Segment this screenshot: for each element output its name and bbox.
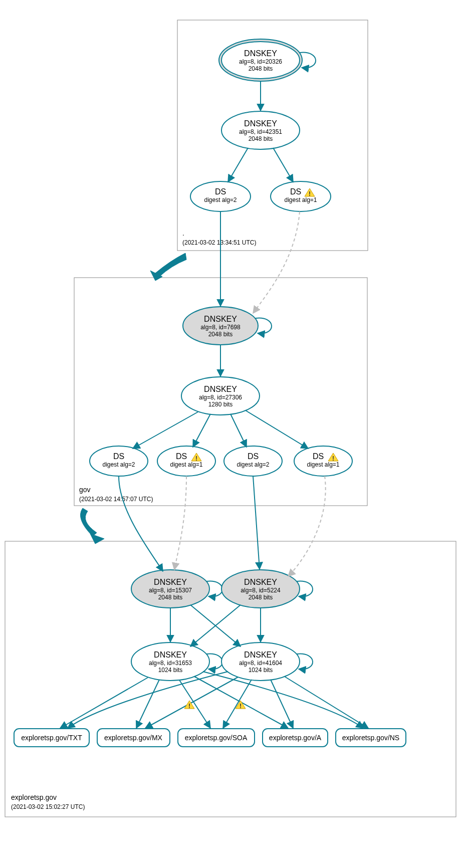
svg-text:!: ! [188,703,190,710]
edge-govds4-domksk2 [288,476,326,576]
svg-text:DNSKEY: DNSKEY [204,315,237,323]
zone-root-ts: (2021-03-02 13:34:51 UTC) [182,239,256,246]
node-gov-zsk[interactable]: DNSKEY alg=8, id=27306 1280 bits [181,377,260,415]
node-rr-ns[interactable]: exploretsp.gov/NS [336,729,406,747]
node-dom-zsk2[interactable]: DNSKEY alg=8, id=41604 1024 bits [221,642,300,681]
edge-rootzsk-ds1 [228,148,248,182]
svg-text:DNSKEY: DNSKEY [244,49,277,58]
node-gov-ds1[interactable]: DS digest alg=2 [90,446,148,476]
svg-text:DNSKEY: DNSKEY [204,385,237,393]
svg-text:2048 bits: 2048 bits [208,331,233,338]
svg-text:!: ! [240,703,242,710]
edge-govds1-domksk1 [119,476,163,571]
node-root-ds1[interactable]: DS digest alg=2 [190,181,251,211]
svg-text:DNSKEY: DNSKEY [244,578,277,586]
node-rr-txt[interactable]: exploretsp.gov/TXT [14,729,89,747]
svg-text:alg=8, id=41604: alg=8, id=41604 [239,660,282,667]
svg-text:alg=8, id=20326: alg=8, id=20326 [239,58,282,65]
svg-text:DNSKEY: DNSKEY [244,650,277,659]
zone-domain-name: exploretsp.gov [11,793,57,801]
svg-text:2048 bits: 2048 bits [249,135,273,142]
svg-text:alg=8, id=31653: alg=8, id=31653 [149,660,192,667]
svg-text:2048 bits: 2048 bits [249,594,273,601]
node-rr-mx[interactable]: exploretsp.gov/MX [97,729,170,747]
svg-text:digest alg=2: digest alg=2 [102,461,135,468]
node-dom-zsk1[interactable]: DNSKEY alg=8, id=31653 1024 bits [131,642,209,681]
zone-gov-name: gov [79,486,91,494]
svg-text:digest alg=2: digest alg=2 [204,196,237,203]
svg-text:DS: DS [313,452,324,461]
edge-govzsk-ds4 [246,410,308,449]
svg-text:!: ! [332,455,334,462]
edge-rootds2-govksk [253,211,300,313]
svg-text:DS: DS [215,187,226,196]
edge-govds3-domksk2 [253,476,260,569]
node-root-zsk[interactable]: DNSKEY alg=8, id=42351 2048 bits [221,111,300,149]
svg-text:exploretsp.gov/NS: exploretsp.gov/NS [342,734,399,742]
node-dom-ksk1[interactable]: DNSKEY alg=8, id=15307 2048 bits [131,570,209,608]
svg-text:alg=8, id=5224: alg=8, id=5224 [241,587,281,594]
svg-text:1024 bits: 1024 bits [158,667,183,674]
node-gov-ds4[interactable]: DS digest alg=1 ! [294,446,352,476]
svg-text:DS: DS [290,187,301,196]
svg-text:exploretsp.gov/SOA: exploretsp.gov/SOA [185,734,248,742]
edge-govzsk-ds2 [193,414,210,447]
zone-domain-ts: (2021-03-02 15:02:27 UTC) [11,803,85,810]
svg-text:2048 bits: 2048 bits [249,65,273,72]
svg-text:exploretsp.gov/MX: exploretsp.gov/MX [104,734,163,742]
svg-text:1280 bits: 1280 bits [208,401,233,408]
svg-text:2048 bits: 2048 bits [158,594,183,601]
svg-text:!: ! [309,190,311,197]
svg-text:DS: DS [176,452,187,461]
svg-text:digest alg=1: digest alg=1 [284,196,317,203]
edge-govzsk-ds1 [133,412,198,449]
svg-text:1024 bits: 1024 bits [249,667,273,674]
node-root-ksk[interactable]: DNSKEY alg=8, id=20326 2048 bits [219,39,302,81]
zone-arrow-root-to-gov [155,253,186,277]
svg-text:exploretsp.gov/A: exploretsp.gov/A [269,734,322,742]
svg-text:DS: DS [248,452,259,461]
svg-text:digest alg=2: digest alg=2 [237,461,269,468]
svg-text:digest alg=1: digest alg=1 [170,461,202,468]
edge-govzsk-ds3 [230,414,247,447]
svg-text:alg=8, id=15307: alg=8, id=15307 [149,587,192,594]
node-rr-soa[interactable]: exploretsp.gov/SOA [178,729,255,747]
node-dom-ksk2[interactable]: DNSKEY alg=8, id=5224 2048 bits [221,570,300,608]
zone-gov-ts: (2021-03-02 14:57:07 UTC) [79,496,153,503]
edge-govds2-domksk1 [174,476,186,570]
node-root-ds2[interactable]: DS digest alg=1 ! [271,181,331,211]
svg-text:!: ! [195,455,197,462]
dnssec-diagram: . (2021-03-02 13:34:51 UTC) gov (2021-03… [0,0,465,868]
svg-text:DNSKEY: DNSKEY [244,119,277,128]
node-gov-ksk[interactable]: DNSKEY alg=8, id=7698 2048 bits [183,307,258,345]
svg-text:DNSKEY: DNSKEY [154,578,187,586]
node-rr-a[interactable]: exploretsp.gov/A [263,729,328,747]
svg-text:alg=8, id=7698: alg=8, id=7698 [200,324,241,331]
svg-text:DNSKEY: DNSKEY [154,650,187,659]
edge-rootzsk-ds2 [273,148,293,182]
svg-text:alg=8, id=42351: alg=8, id=42351 [239,128,282,135]
node-gov-ds2[interactable]: DS digest alg=1 ! [157,446,215,476]
svg-text:digest alg=1: digest alg=1 [307,461,339,468]
node-gov-ds3[interactable]: DS digest alg=2 [224,446,282,476]
zone-arrow-gov-to-domain [81,508,97,536]
zone-root-name: . [182,229,184,237]
svg-text:DS: DS [113,452,124,461]
svg-text:exploretsp.gov/TXT: exploretsp.gov/TXT [21,734,82,742]
svg-text:alg=8, id=27306: alg=8, id=27306 [199,394,242,401]
